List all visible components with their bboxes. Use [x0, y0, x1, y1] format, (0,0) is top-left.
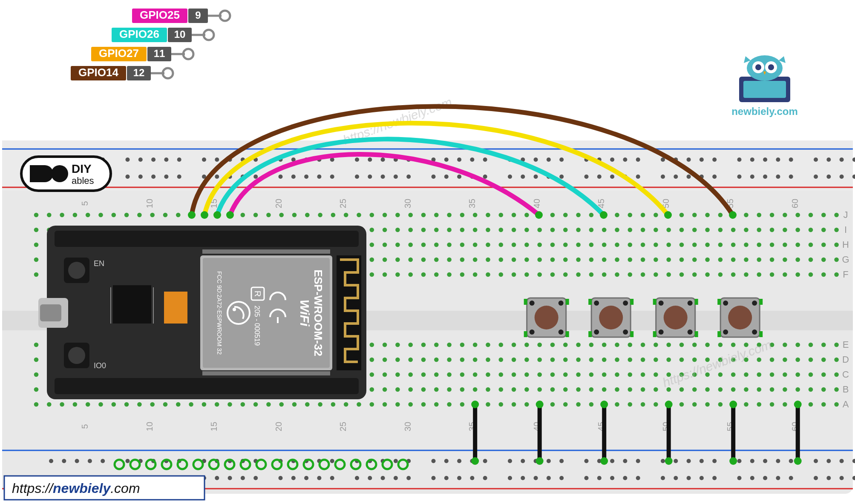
svg-point-851	[394, 476, 398, 480]
svg-point-216	[770, 243, 774, 247]
svg-point-64	[434, 213, 439, 218]
svg-text:30: 30	[403, 422, 412, 431]
svg-point-282	[809, 258, 813, 262]
tactile-button[interactable]	[653, 298, 698, 337]
svg-point-147	[692, 228, 697, 232]
svg-point-976	[233, 308, 236, 311]
svg-point-96	[34, 228, 39, 232]
svg-point-311	[370, 272, 374, 277]
svg-point-315	[421, 272, 426, 277]
svg-point-636	[499, 402, 504, 407]
svg-point-1020	[723, 301, 728, 306]
svg-text:25: 25	[338, 422, 348, 431]
svg-point-409	[821, 343, 826, 347]
svg-point-49	[241, 213, 245, 218]
svg-point-723	[126, 175, 130, 179]
svg-point-200	[563, 243, 568, 247]
svg-point-712	[789, 158, 793, 162]
svg-point-807	[559, 459, 564, 463]
logo-brand: DIY	[72, 162, 92, 175]
svg-point-278	[757, 258, 762, 262]
esp-serial: 205 - 000519	[253, 306, 261, 346]
svg-point-758	[661, 175, 665, 179]
svg-point-340	[744, 272, 748, 277]
svg-point-1012	[659, 329, 664, 335]
footer-url[interactable]: https://newbiely.com	[4, 476, 204, 500]
svg-point-612	[189, 402, 193, 407]
svg-point-820	[763, 459, 767, 463]
logo-suffix: ables	[72, 175, 94, 186]
svg-point-52	[279, 213, 284, 218]
svg-point-378	[421, 343, 426, 347]
svg-point-1035	[600, 401, 608, 408]
tactile-button[interactable]	[717, 298, 763, 337]
svg-point-185	[370, 243, 374, 247]
svg-point-211	[705, 243, 710, 247]
svg-point-396	[653, 343, 658, 347]
svg-rect-979	[202, 371, 330, 375]
svg-point-737	[330, 175, 334, 179]
svg-point-501	[383, 372, 387, 377]
svg-point-269	[641, 258, 645, 262]
svg-point-462	[692, 358, 697, 362]
svg-point-583	[628, 387, 633, 392]
svg-point-813	[661, 459, 665, 463]
svg-point-642	[576, 402, 581, 407]
svg-point-522	[653, 372, 658, 377]
svg-point-327	[576, 272, 581, 277]
svg-text:20: 20	[274, 422, 283, 431]
tactile-button[interactable]	[524, 298, 569, 337]
svg-point-572	[486, 387, 490, 392]
svg-point-519	[615, 372, 619, 377]
svg-rect-1006	[588, 331, 592, 337]
svg-point-335	[679, 272, 684, 277]
svg-point-853	[432, 476, 436, 480]
svg-point-331	[628, 272, 633, 277]
svg-point-59	[370, 213, 374, 218]
tactile-button[interactable]	[588, 298, 633, 337]
svg-point-79	[628, 213, 633, 218]
svg-point-1023	[752, 329, 757, 335]
svg-point-201	[576, 243, 581, 247]
svg-point-709	[750, 158, 754, 162]
svg-point-798	[432, 459, 436, 463]
svg-point-590	[718, 387, 723, 392]
svg-point-1010	[659, 301, 664, 306]
svg-point-620	[292, 402, 297, 407]
svg-point-874	[750, 476, 754, 480]
svg-point-684	[368, 158, 372, 162]
svg-point-531	[770, 372, 774, 377]
svg-point-35	[60, 213, 64, 218]
svg-point-53	[292, 213, 297, 218]
svg-point-747	[483, 175, 487, 179]
svg-point-21	[755, 64, 761, 70]
svg-point-80	[641, 213, 645, 218]
svg-point-616	[241, 402, 245, 407]
svg-point-854	[444, 476, 449, 480]
svg-point-695	[534, 158, 538, 162]
svg-point-740	[381, 175, 385, 179]
svg-point-625	[357, 402, 361, 407]
svg-point-637	[512, 402, 516, 407]
svg-point-661	[821, 402, 826, 407]
svg-point-509	[486, 372, 490, 377]
svg-point-980	[188, 211, 196, 219]
svg-point-1038	[665, 401, 673, 408]
svg-point-458	[641, 358, 645, 362]
svg-point-985	[600, 211, 607, 219]
svg-point-280	[783, 258, 787, 262]
svg-point-645	[615, 402, 619, 407]
svg-point-632	[447, 402, 452, 407]
svg-point-513	[537, 372, 542, 377]
svg-point-708	[737, 158, 742, 162]
svg-point-411	[34, 358, 39, 362]
svg-point-158	[834, 228, 839, 232]
svg-point-328	[589, 272, 594, 277]
svg-point-812	[636, 459, 640, 463]
svg-point-384	[499, 343, 504, 347]
svg-point-392	[602, 343, 607, 347]
mascot-logo: newbiely.com	[731, 55, 798, 117]
diyables-logo: DIY ables	[21, 157, 111, 191]
svg-point-187	[395, 243, 400, 247]
svg-point-733	[279, 175, 283, 179]
